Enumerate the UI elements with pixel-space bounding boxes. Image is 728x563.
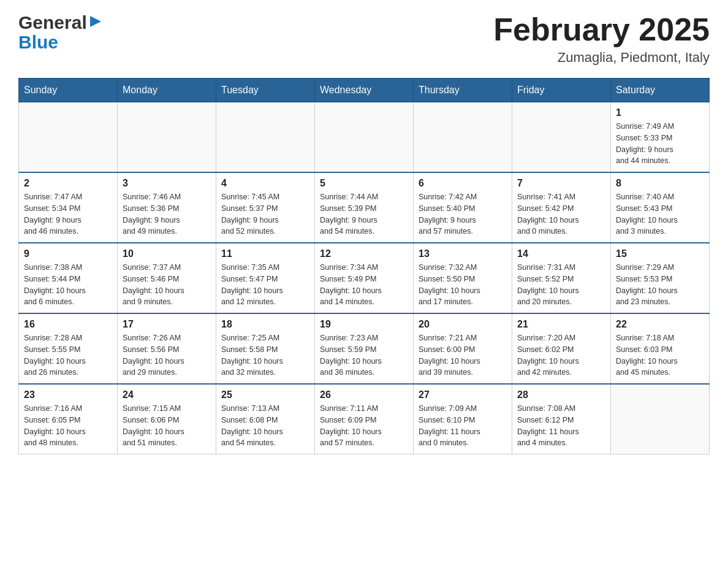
logo-flag-icon (89, 15, 102, 31)
day-info: Sunrise: 7:08 AM Sunset: 6:12 PM Dayligh… (517, 403, 605, 449)
day-number: 26 (320, 389, 408, 400)
page-header: General Blue February 2025 Zumaglia, Pie… (18, 12, 710, 66)
calendar-day-cell: 9Sunrise: 7:38 AM Sunset: 5:44 PM Daylig… (19, 243, 118, 313)
day-info: Sunrise: 7:28 AM Sunset: 5:55 PM Dayligh… (24, 332, 112, 378)
calendar-header-row: SundayMondayTuesdayWednesdayThursdayFrid… (19, 79, 710, 102)
day-info: Sunrise: 7:11 AM Sunset: 6:09 PM Dayligh… (320, 403, 408, 449)
calendar-day-cell: 19Sunrise: 7:23 AM Sunset: 5:59 PM Dayli… (315, 313, 414, 384)
day-number: 4 (221, 178, 309, 189)
day-number: 6 (419, 178, 507, 189)
logo: General Blue (18, 12, 102, 52)
calendar-day-cell: 4Sunrise: 7:45 AM Sunset: 5:37 PM Daylig… (216, 172, 315, 243)
day-number: 16 (24, 319, 112, 330)
calendar-day-cell: 27Sunrise: 7:09 AM Sunset: 6:10 PM Dayli… (414, 384, 512, 454)
calendar-day-cell: 12Sunrise: 7:34 AM Sunset: 5:49 PM Dayli… (315, 243, 414, 313)
calendar-day-cell (216, 102, 315, 173)
calendar-day-cell: 17Sunrise: 7:26 AM Sunset: 5:56 PM Dayli… (118, 313, 216, 384)
calendar-week-row: 23Sunrise: 7:16 AM Sunset: 6:05 PM Dayli… (19, 384, 710, 454)
calendar-day-cell: 1Sunrise: 7:49 AM Sunset: 5:33 PM Daylig… (611, 102, 710, 173)
day-info: Sunrise: 7:37 AM Sunset: 5:46 PM Dayligh… (123, 262, 211, 308)
day-number: 12 (320, 248, 408, 259)
day-info: Sunrise: 7:15 AM Sunset: 6:06 PM Dayligh… (123, 403, 211, 449)
calendar-day-cell: 7Sunrise: 7:41 AM Sunset: 5:42 PM Daylig… (512, 172, 611, 243)
day-info: Sunrise: 7:40 AM Sunset: 5:43 PM Dayligh… (616, 191, 704, 237)
day-number: 27 (419, 389, 507, 400)
day-info: Sunrise: 7:31 AM Sunset: 5:52 PM Dayligh… (517, 262, 605, 308)
calendar-day-cell (315, 102, 414, 173)
calendar-day-cell (19, 102, 118, 173)
day-number: 5 (320, 178, 408, 189)
calendar-day-cell: 3Sunrise: 7:46 AM Sunset: 5:36 PM Daylig… (118, 172, 216, 243)
day-number: 23 (24, 389, 112, 400)
day-number: 8 (616, 178, 704, 189)
calendar-day-cell (414, 102, 512, 173)
day-info: Sunrise: 7:13 AM Sunset: 6:08 PM Dayligh… (221, 403, 309, 449)
day-number: 22 (616, 319, 704, 330)
calendar-day-cell (512, 102, 611, 173)
day-info: Sunrise: 7:34 AM Sunset: 5:49 PM Dayligh… (320, 262, 408, 308)
day-number: 15 (616, 248, 704, 259)
day-info: Sunrise: 7:32 AM Sunset: 5:50 PM Dayligh… (419, 262, 507, 308)
calendar-day-cell: 2Sunrise: 7:47 AM Sunset: 5:34 PM Daylig… (19, 172, 118, 243)
calendar-day-cell: 20Sunrise: 7:21 AM Sunset: 6:00 PM Dayli… (414, 313, 512, 384)
day-number: 11 (221, 248, 309, 259)
day-number: 10 (123, 248, 211, 259)
day-info: Sunrise: 7:35 AM Sunset: 5:47 PM Dayligh… (221, 262, 309, 308)
day-number: 18 (221, 319, 309, 330)
day-info: Sunrise: 7:16 AM Sunset: 6:05 PM Dayligh… (24, 403, 112, 449)
calendar-table: SundayMondayTuesdayWednesdayThursdayFrid… (18, 78, 710, 454)
day-info: Sunrise: 7:44 AM Sunset: 5:39 PM Dayligh… (320, 191, 408, 237)
calendar-day-cell: 28Sunrise: 7:08 AM Sunset: 6:12 PM Dayli… (512, 384, 611, 454)
calendar-day-cell (611, 384, 710, 454)
day-of-week-header: Friday (512, 79, 611, 102)
day-info: Sunrise: 7:38 AM Sunset: 5:44 PM Dayligh… (24, 262, 112, 308)
day-of-week-header: Saturday (611, 79, 710, 102)
day-number: 25 (221, 389, 309, 400)
day-info: Sunrise: 7:46 AM Sunset: 5:36 PM Dayligh… (123, 191, 211, 237)
calendar-day-cell: 15Sunrise: 7:29 AM Sunset: 5:53 PM Dayli… (611, 243, 710, 313)
day-info: Sunrise: 7:49 AM Sunset: 5:33 PM Dayligh… (616, 121, 704, 167)
day-number: 1 (616, 107, 704, 118)
calendar-day-cell: 18Sunrise: 7:25 AM Sunset: 5:58 PM Dayli… (216, 313, 315, 384)
day-info: Sunrise: 7:45 AM Sunset: 5:37 PM Dayligh… (221, 191, 309, 237)
day-info: Sunrise: 7:41 AM Sunset: 5:42 PM Dayligh… (517, 191, 605, 237)
calendar-day-cell: 8Sunrise: 7:40 AM Sunset: 5:43 PM Daylig… (611, 172, 710, 243)
title-section: February 2025 Zumaglia, Piedmont, Italy (493, 12, 710, 66)
day-info: Sunrise: 7:26 AM Sunset: 5:56 PM Dayligh… (123, 332, 211, 378)
day-info: Sunrise: 7:25 AM Sunset: 5:58 PM Dayligh… (221, 332, 309, 378)
calendar-day-cell (118, 102, 216, 173)
calendar-day-cell: 16Sunrise: 7:28 AM Sunset: 5:55 PM Dayli… (19, 313, 118, 384)
calendar-week-row: 1Sunrise: 7:49 AM Sunset: 5:33 PM Daylig… (19, 102, 710, 173)
day-number: 9 (24, 248, 112, 259)
calendar-day-cell: 10Sunrise: 7:37 AM Sunset: 5:46 PM Dayli… (118, 243, 216, 313)
calendar-day-cell: 24Sunrise: 7:15 AM Sunset: 6:06 PM Dayli… (118, 384, 216, 454)
logo-blue-text: Blue (18, 33, 58, 52)
calendar-day-cell: 22Sunrise: 7:18 AM Sunset: 6:03 PM Dayli… (611, 313, 710, 384)
day-number: 24 (123, 389, 211, 400)
calendar-day-cell: 26Sunrise: 7:11 AM Sunset: 6:09 PM Dayli… (315, 384, 414, 454)
day-of-week-header: Tuesday (216, 79, 315, 102)
day-info: Sunrise: 7:18 AM Sunset: 6:03 PM Dayligh… (616, 332, 704, 378)
logo-general-text: General (18, 12, 87, 33)
calendar-day-cell: 6Sunrise: 7:42 AM Sunset: 5:40 PM Daylig… (414, 172, 512, 243)
calendar-week-row: 9Sunrise: 7:38 AM Sunset: 5:44 PM Daylig… (19, 243, 710, 313)
calendar-day-cell: 21Sunrise: 7:20 AM Sunset: 6:02 PM Dayli… (512, 313, 611, 384)
day-info: Sunrise: 7:47 AM Sunset: 5:34 PM Dayligh… (24, 191, 112, 237)
day-info: Sunrise: 7:20 AM Sunset: 6:02 PM Dayligh… (517, 332, 605, 378)
calendar-week-row: 16Sunrise: 7:28 AM Sunset: 5:55 PM Dayli… (19, 313, 710, 384)
calendar-subtitle: Zumaglia, Piedmont, Italy (493, 50, 710, 66)
day-of-week-header: Wednesday (315, 79, 414, 102)
day-number: 7 (517, 178, 605, 189)
day-number: 3 (123, 178, 211, 189)
day-number: 21 (517, 319, 605, 330)
day-number: 17 (123, 319, 211, 330)
day-number: 2 (24, 178, 112, 189)
calendar-day-cell: 23Sunrise: 7:16 AM Sunset: 6:05 PM Dayli… (19, 384, 118, 454)
day-number: 13 (419, 248, 507, 259)
calendar-day-cell: 14Sunrise: 7:31 AM Sunset: 5:52 PM Dayli… (512, 243, 611, 313)
calendar-day-cell: 11Sunrise: 7:35 AM Sunset: 5:47 PM Dayli… (216, 243, 315, 313)
day-info: Sunrise: 7:09 AM Sunset: 6:10 PM Dayligh… (419, 403, 507, 449)
day-number: 14 (517, 248, 605, 259)
calendar-day-cell: 25Sunrise: 7:13 AM Sunset: 6:08 PM Dayli… (216, 384, 315, 454)
day-info: Sunrise: 7:29 AM Sunset: 5:53 PM Dayligh… (616, 262, 704, 308)
